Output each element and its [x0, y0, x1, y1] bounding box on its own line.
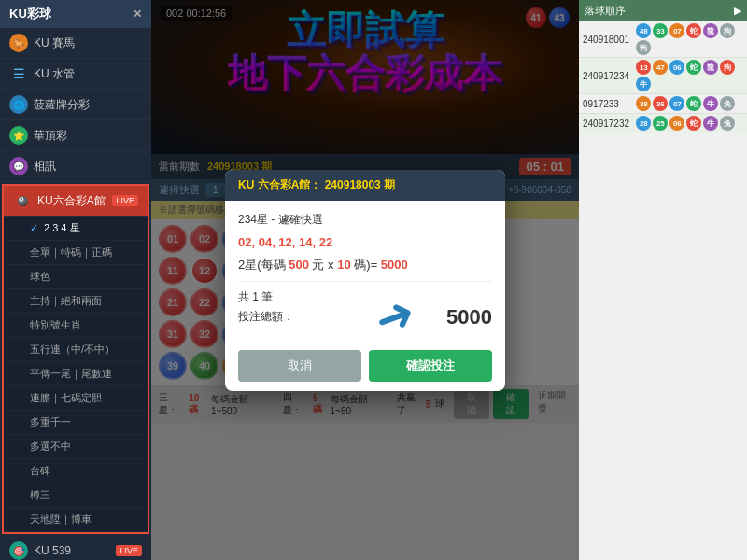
check-icon: ✓	[30, 222, 38, 234]
sub-item-3[interactable]: 主持｜絕和兩面	[4, 289, 148, 314]
modal-cancel-button[interactable]: 取消	[238, 350, 361, 382]
total-sheets: 共 1 筆	[238, 289, 273, 305]
modal-header: KU 六合彩A館： 240918003 期	[225, 170, 505, 201]
sub-item-8[interactable]: 多重千一	[4, 411, 148, 435]
right-table: 240918001 48 33 07 蛇 龍 狗 狗 240917234 13 …	[579, 21, 747, 560]
lottery-icon: 🎱	[13, 191, 32, 210]
live-badge-539: LIVE	[116, 545, 142, 556]
sidebar-title: KU彩球	[9, 6, 51, 22]
nums-cell: 48 33 07 蛇 龍 狗 狗	[636, 23, 743, 55]
num-ball: 36	[653, 96, 668, 111]
bet-type-row: 234星 - 遽確快選	[238, 212, 492, 228]
sub-item-label: 主持｜絕和兩面	[30, 294, 102, 308]
sidebar-item-label: 菠蘿牌分彩	[34, 97, 90, 113]
main-content: 002 00:12:56 立即試算 地下六合彩成本 41 43 當前期數 240…	[151, 0, 579, 560]
star-icon: ⭐	[9, 126, 28, 145]
period-cell: 0917233	[583, 99, 636, 109]
sidebar-item-ku6[interactable]: 🎱 KU六合彩A館 LIVE	[4, 186, 148, 217]
num-ball: 龍	[703, 23, 718, 38]
sidebar-item-label: KU 539	[34, 544, 71, 557]
sidebar-item-ku539[interactable]: 🎯 KU 539 LIVE	[0, 536, 151, 560]
sidebar-item-pineapple[interactable]: 🌐 菠蘿牌分彩	[0, 90, 151, 120]
calc-text: 2星(每碼 500 元 x 10 碼)= 5000	[238, 258, 408, 272]
sidebar-bottom: 🎯 KU 539 LIVE 🎲 KU 分分彩 LIVE JC 娛樂城 LIVE	[0, 536, 151, 560]
sub-item-7[interactable]: 連膽｜七碼定胆	[4, 386, 148, 411]
table-row: 240917232 28 25 06 蛇 牛 兔	[579, 114, 747, 133]
sidebar-item-msg[interactable]: 💬 相訊	[0, 151, 151, 182]
sidebar-header: KU彩球 ✕	[0, 0, 151, 28]
sub-item-label: 多重千一	[30, 415, 71, 429]
num-ball: 蛇	[686, 116, 701, 131]
num-ball: 47	[653, 60, 668, 75]
modal-confirm-button[interactable]: 確認投注	[369, 350, 492, 382]
msg-icon: 💬	[9, 157, 28, 175]
calc-amount: 500	[289, 258, 309, 272]
sub-item-5[interactable]: 五行連（中/不中）	[4, 338, 148, 362]
num-ball: 28	[636, 116, 651, 131]
num-ball: 13	[636, 60, 651, 75]
sub-item-10[interactable]: 台碑	[4, 459, 148, 483]
num-ball: 48	[636, 23, 651, 38]
sub-item-9[interactable]: 多選不中	[4, 435, 148, 459]
close-icon[interactable]: ✕	[133, 7, 142, 21]
sidebar-item-label: 相訊	[34, 159, 56, 175]
sidebar-item-horse[interactable]: 🐎 KU 賽馬	[0, 28, 151, 59]
table-row: 240917234 13 47 06 蛇 龍 狗 牛	[579, 58, 747, 94]
total-row: 共 1 筆	[238, 289, 492, 305]
sub-item-6[interactable]: 平傳一尾｜尾數連	[4, 362, 148, 386]
sidebar: KU彩球 ✕ 🐎 KU 賽馬 ☰ KU 水管 🌐 菠蘿牌分彩 ⭐ 華頂彩 💬 相…	[0, 0, 151, 560]
sidebar-item-water[interactable]: ☰ KU 水管	[0, 59, 151, 90]
sub-item-234[interactable]: ✓ 2 3 4 星	[4, 217, 148, 241]
expand-icon[interactable]: ▶	[734, 5, 741, 17]
num-ball: 25	[653, 116, 668, 131]
sub-item-2[interactable]: 球色	[4, 265, 148, 289]
menu-icon: ☰	[9, 64, 28, 83]
right-panel-title: 落球順序	[585, 4, 626, 18]
sidebar-item-label: KU 水管	[34, 66, 75, 82]
num-ball: 蛇	[686, 96, 701, 111]
modal-divider	[238, 281, 492, 282]
num-ball: 蛇	[686, 23, 701, 38]
sidebar-item-label: 華頂彩	[34, 128, 67, 144]
table-row: 0917233 38 36 07 蛇 牛 免	[579, 94, 747, 114]
period-cell: 240917234	[583, 71, 636, 81]
sub-item-label: 球色	[30, 270, 50, 284]
nums-cell: 13 47 06 蛇 龍 狗 牛	[636, 60, 743, 91]
sidebar-item-huading[interactable]: ⭐ 華頂彩	[0, 120, 151, 151]
num-ball: 牛	[703, 96, 718, 111]
num-ball: 38	[636, 96, 651, 111]
num-ball: 狗	[636, 40, 651, 55]
sub-item-label: 全單｜特碼｜正碼	[30, 245, 112, 259]
sub-item-1[interactable]: 全單｜特碼｜正碼	[4, 241, 148, 265]
num-ball: 07	[669, 23, 684, 38]
bet-confirmation-modal: KU 六合彩A館： 240918003 期 234星 - 遽確快選 02, 04…	[225, 170, 505, 391]
sub-menu: ✓ 2 3 4 星 全單｜特碼｜正碼 球色 主持｜絕和兩面 特別號生肖 五行連（…	[4, 217, 148, 532]
sub-item-label: 平傳一尾｜尾數連	[30, 367, 112, 381]
num-ball: 蛇	[686, 60, 701, 75]
nums-cell: 28 25 06 蛇 牛 兔	[636, 116, 743, 131]
selected-nums-row: 02, 04, 12, 14, 22	[238, 235, 492, 249]
table-row: 240918001 48 33 07 蛇 龍 狗 狗	[579, 21, 747, 58]
sub-item-11[interactable]: 樽三	[4, 483, 148, 508]
sub-item-label: 樽三	[30, 488, 50, 502]
sub-item-12[interactable]: 天地陞｜博車	[4, 508, 148, 532]
sub-item-label: 2 3 4 星	[44, 221, 80, 235]
num-ball: 33	[653, 23, 668, 38]
total-label: 投注總額：	[238, 309, 294, 325]
num-ball: 牛	[636, 77, 651, 91]
sub-item-label: 多選不中	[30, 440, 71, 454]
sub-item-4[interactable]: 特別號生肖	[4, 314, 148, 338]
num-ball: 07	[669, 96, 684, 111]
sub-item-label: 天地陞｜博車	[30, 512, 92, 526]
period-cell: 240918001	[583, 35, 636, 45]
bet-type: 234星 - 遽確快選	[238, 213, 323, 226]
num-ball: 06	[669, 60, 684, 75]
calc-row: 2星(每碼 500 元 x 10 碼)= 5000	[238, 257, 492, 273]
total-amount-row: 投注總額： 5000	[238, 305, 492, 329]
right-panel: 落球順序 ▶ 240918001 48 33 07 蛇 龍 狗 狗 240917…	[579, 0, 747, 560]
sub-item-label: 連膽｜七碼定胆	[30, 391, 102, 405]
num-ball: 龍	[703, 60, 718, 75]
sub-item-label: 台碑	[30, 464, 50, 478]
num-ball: 牛	[703, 116, 718, 131]
sidebar-item-label: KU六合彩A館	[37, 193, 106, 209]
